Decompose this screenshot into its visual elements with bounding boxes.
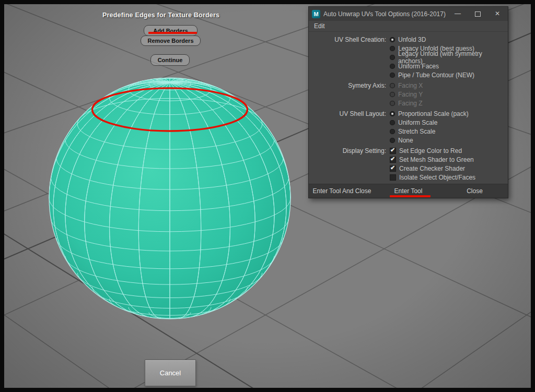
enter-tool-and-close-button[interactable]: Enter Tool And Close [309,184,375,198]
section-label-uv-shell-creation: UV Shell Creation: [309,36,390,43]
option-row: Facing Z [309,99,508,108]
radio-label: Uniform Faces [398,63,439,70]
maya-logo-icon: M [312,10,320,18]
options-content: UV Shell Creation: Unfold 3D Legacy Unfo… [309,32,508,184]
option-row: UV Shell Layout: Proportional Scale (pac… [309,109,508,118]
radio-legacy-unfold-best-guess[interactable] [390,46,395,51]
radio-label: Pipe / Tube Contour (NEW) [398,72,474,79]
radio-uniform-faces[interactable] [390,64,395,69]
checkbox-label: Isolate Select Object/Faces [399,174,475,181]
checkbox-label: Set Mesh Shader to Green [399,156,474,163]
radio-label: Unfold 3D [398,36,426,43]
option-row: Legacy Unfold (with symmetry anchors) [309,53,508,62]
option-row: Uniform Scale [309,118,508,127]
remove-borders-button[interactable]: Remove Borders [141,35,201,46]
section-label-uv-shell-layout: UV Shell Layout: [309,110,390,117]
close-button[interactable]: ✕ [489,7,506,21]
cancel-button[interactable]: Cancel [145,360,196,386]
radio-unfold-3d[interactable] [390,37,395,42]
close-dialog-button[interactable]: Close [441,184,508,198]
window-title: Auto Unwrap UVs Tool Options (2016-2017) [323,10,446,18]
checkbox-isolate-select[interactable] [390,174,396,181]
radio-facing-x [390,83,395,88]
checkbox-set-mesh-shader-green[interactable] [390,157,396,163]
radio-label: None [398,137,413,144]
radio-facing-y [390,92,395,97]
checkbox-set-edge-color-red[interactable] [390,148,396,154]
option-row: Set Mesh Shader to Green [309,155,508,164]
radio-label: Uniform Scale [398,119,437,126]
section-label-display-setting: Display Setting: [309,147,390,155]
radio-label: Facing Y [398,91,423,98]
radio-label: Stretch Scale [398,128,435,135]
add-borders-button[interactable]: Add Borders [144,25,197,36]
option-row: None [309,136,508,145]
radio-stretch-scale[interactable] [390,129,395,134]
radio-pipe-tube-contour[interactable] [390,73,395,78]
minimize-button[interactable]: — [449,7,466,21]
tool-options-window: M Auto Unwrap UVs Tool Options (2016-201… [308,6,508,198]
enter-tool-underline-annotation [390,195,431,197]
radio-uniform-scale[interactable] [390,120,395,125]
checkbox-label: Set Edge Color to Red [399,147,462,155]
checkbox-create-checker-shader[interactable] [390,165,396,172]
option-row: Isolate Select Object/Faces [309,173,508,182]
sphere-group [49,78,290,319]
radio-legacy-unfold-symmetry[interactable] [390,55,395,60]
radio-label: Facing X [398,82,423,89]
screenshot-frame: Predefine Edges for Texture Borders Add … [0,0,535,392]
option-row: Pipe / Tube Contour (NEW) [309,70,508,79]
continue-button[interactable]: Continue [150,54,190,66]
option-row: Symetry Axis: Facing X [309,81,508,90]
window-titlebar[interactable]: M Auto Unwrap UVs Tool Options (2016-201… [309,7,508,21]
menu-bar: Edit [309,21,508,32]
dialog-footer: Enter Tool And Close Enter Tool Close [309,184,508,198]
option-row: Stretch Scale [309,127,508,136]
viewport-3d[interactable]: Predefine Edges for Texture Borders Add … [4,4,531,388]
section-label-symetry-axis: Symetry Axis: [309,82,390,89]
option-row: Display Setting: Set Edge Color to Red [309,146,508,155]
maximize-icon [475,11,481,17]
option-row: Facing Y [309,90,508,99]
option-row: Create Checker Shader [309,164,508,173]
checkbox-label: Create Checker Shader [399,165,465,172]
radio-label: Proportional Scale (pack) [398,110,469,117]
overlay-title: Predefine Edges for Texture Borders [102,11,219,19]
menu-item-edit[interactable]: Edit [312,22,327,30]
maximize-button[interactable] [469,7,486,21]
radio-none[interactable] [390,138,395,143]
add-borders-underline-annotation [148,32,197,34]
radio-facing-z [390,101,395,106]
radio-proportional-scale[interactable] [390,111,395,116]
radio-label: Facing Z [398,100,423,107]
option-row: UV Shell Creation: Unfold 3D [309,35,508,44]
